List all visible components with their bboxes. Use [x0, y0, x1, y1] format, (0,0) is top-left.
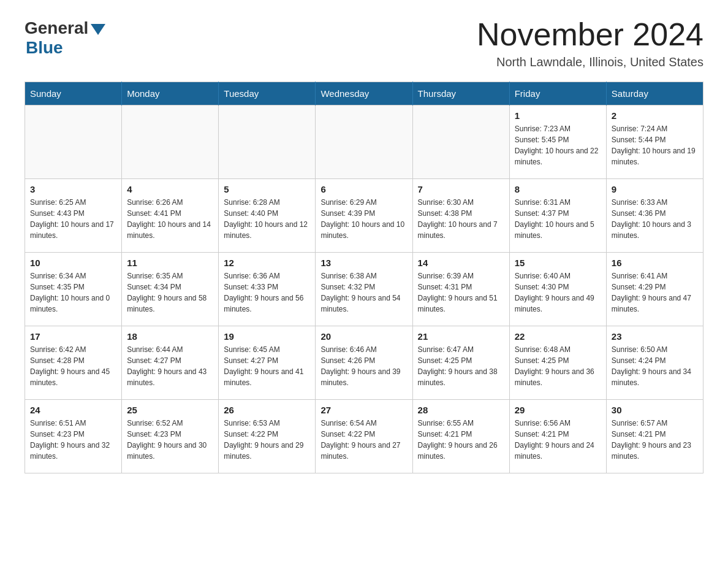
day-info: Sunrise: 6:30 AMSunset: 4:38 PMDaylight:…: [418, 197, 504, 241]
calendar-cell: [316, 105, 412, 179]
day-info: Sunrise: 7:23 AMSunset: 5:45 PMDaylight:…: [515, 123, 601, 167]
calendar-cell: 12Sunrise: 6:36 AMSunset: 4:33 PMDayligh…: [219, 253, 316, 326]
calendar-cell: 10Sunrise: 6:34 AMSunset: 4:35 PMDayligh…: [25, 253, 122, 326]
month-title: November 2024: [477, 18, 703, 50]
day-info: Sunrise: 6:45 AMSunset: 4:27 PMDaylight:…: [224, 344, 310, 388]
day-number: 24: [30, 405, 116, 415]
calendar-week-row: 10Sunrise: 6:34 AMSunset: 4:35 PMDayligh…: [25, 253, 703, 326]
calendar-cell: 22Sunrise: 6:48 AMSunset: 4:25 PMDayligh…: [509, 326, 606, 400]
calendar-cell: 11Sunrise: 6:35 AMSunset: 4:34 PMDayligh…: [122, 253, 219, 326]
logo-arrow-icon: [91, 24, 105, 35]
calendar-body: 1Sunrise: 7:23 AMSunset: 5:45 PMDaylight…: [25, 105, 703, 473]
calendar-cell: [25, 105, 122, 179]
day-number: 11: [127, 258, 213, 268]
calendar-cell: 1Sunrise: 7:23 AMSunset: 5:45 PMDaylight…: [509, 105, 606, 179]
day-number: 7: [418, 184, 504, 194]
calendar-cell: 13Sunrise: 6:38 AMSunset: 4:32 PMDayligh…: [316, 253, 412, 326]
calendar-cell: 27Sunrise: 6:54 AMSunset: 4:22 PMDayligh…: [316, 400, 412, 473]
day-number: 17: [30, 331, 116, 342]
day-number: 15: [515, 258, 601, 268]
calendar-cell: 17Sunrise: 6:42 AMSunset: 4:28 PMDayligh…: [25, 326, 122, 400]
logo: General Blue: [25, 18, 105, 58]
day-number: 5: [224, 184, 310, 194]
day-number: 19: [224, 331, 310, 342]
day-number: 9: [612, 184, 698, 194]
calendar-cell: 9Sunrise: 6:33 AMSunset: 4:36 PMDaylight…: [606, 179, 703, 253]
calendar-table: SundayMondayTuesdayWednesdayThursdayFrid…: [25, 82, 703, 473]
calendar-day-header: Sunday: [25, 82, 122, 105]
calendar-cell: 23Sunrise: 6:50 AMSunset: 4:24 PMDayligh…: [606, 326, 703, 400]
calendar-week-row: 24Sunrise: 6:51 AMSunset: 4:23 PMDayligh…: [25, 400, 703, 473]
day-info: Sunrise: 6:54 AMSunset: 4:22 PMDaylight:…: [320, 418, 407, 462]
calendar-cell: 7Sunrise: 6:30 AMSunset: 4:38 PMDaylight…: [412, 179, 509, 253]
day-info: Sunrise: 6:34 AMSunset: 4:35 PMDaylight:…: [30, 270, 116, 315]
calendar-cell: 24Sunrise: 6:51 AMSunset: 4:23 PMDayligh…: [25, 400, 122, 473]
calendar-cell: 18Sunrise: 6:44 AMSunset: 4:27 PMDayligh…: [122, 326, 219, 400]
calendar-cell: 6Sunrise: 6:29 AMSunset: 4:39 PMDaylight…: [316, 179, 412, 253]
title-section: November 2024 North Lawndale, Illinois, …: [477, 18, 703, 69]
day-number: 29: [515, 405, 601, 415]
day-number: 8: [515, 184, 601, 194]
day-number: 3: [30, 184, 116, 194]
calendar-cell: [412, 105, 509, 179]
day-info: Sunrise: 6:51 AMSunset: 4:23 PMDaylight:…: [30, 418, 116, 462]
calendar-header-row: SundayMondayTuesdayWednesdayThursdayFrid…: [25, 82, 703, 105]
day-number: 25: [127, 405, 213, 415]
day-info: Sunrise: 6:31 AMSunset: 4:37 PMDaylight:…: [515, 197, 601, 241]
day-number: 26: [224, 405, 310, 415]
day-info: Sunrise: 6:44 AMSunset: 4:27 PMDaylight:…: [127, 344, 213, 388]
calendar-week-row: 1Sunrise: 7:23 AMSunset: 5:45 PMDaylight…: [25, 105, 703, 179]
day-number: 16: [612, 258, 698, 268]
calendar-cell: 30Sunrise: 6:57 AMSunset: 4:21 PMDayligh…: [606, 400, 703, 473]
day-info: Sunrise: 6:28 AMSunset: 4:40 PMDaylight:…: [224, 197, 310, 241]
calendar-cell: 5Sunrise: 6:28 AMSunset: 4:40 PMDaylight…: [219, 179, 316, 253]
calendar-cell: 26Sunrise: 6:53 AMSunset: 4:22 PMDayligh…: [219, 400, 316, 473]
day-number: 27: [320, 405, 407, 415]
calendar-day-header: Wednesday: [316, 82, 412, 105]
calendar-day-header: Saturday: [606, 82, 703, 105]
day-info: Sunrise: 6:38 AMSunset: 4:32 PMDaylight:…: [320, 270, 407, 315]
calendar-cell: 2Sunrise: 7:24 AMSunset: 5:44 PMDaylight…: [606, 105, 703, 179]
day-number: 14: [418, 258, 504, 268]
day-info: Sunrise: 6:46 AMSunset: 4:26 PMDaylight:…: [320, 344, 407, 388]
calendar-week-row: 17Sunrise: 6:42 AMSunset: 4:28 PMDayligh…: [25, 326, 703, 400]
day-info: Sunrise: 6:36 AMSunset: 4:33 PMDaylight:…: [224, 270, 310, 315]
day-number: 30: [612, 405, 698, 415]
day-info: Sunrise: 6:56 AMSunset: 4:21 PMDaylight:…: [515, 418, 601, 462]
calendar-cell: [122, 105, 219, 179]
day-info: Sunrise: 6:57 AMSunset: 4:21 PMDaylight:…: [612, 418, 698, 462]
day-number: 10: [30, 258, 116, 268]
calendar-day-header: Thursday: [412, 82, 509, 105]
day-info: Sunrise: 6:33 AMSunset: 4:36 PMDaylight:…: [612, 197, 698, 241]
day-number: 22: [515, 331, 601, 342]
calendar-week-row: 3Sunrise: 6:25 AMSunset: 4:43 PMDaylight…: [25, 179, 703, 253]
calendar-cell: 25Sunrise: 6:52 AMSunset: 4:23 PMDayligh…: [122, 400, 219, 473]
calendar-cell: 28Sunrise: 6:55 AMSunset: 4:21 PMDayligh…: [412, 400, 509, 473]
calendar-cell: 8Sunrise: 6:31 AMSunset: 4:37 PMDaylight…: [509, 179, 606, 253]
day-number: 28: [418, 405, 504, 415]
day-info: Sunrise: 6:25 AMSunset: 4:43 PMDaylight:…: [30, 197, 116, 241]
day-info: Sunrise: 6:40 AMSunset: 4:30 PMDaylight:…: [515, 270, 601, 315]
calendar-day-header: Friday: [509, 82, 606, 105]
day-info: Sunrise: 6:55 AMSunset: 4:21 PMDaylight:…: [418, 418, 504, 462]
day-info: Sunrise: 6:29 AMSunset: 4:39 PMDaylight:…: [320, 197, 407, 241]
calendar-cell: 21Sunrise: 6:47 AMSunset: 4:25 PMDayligh…: [412, 326, 509, 400]
calendar-cell: 20Sunrise: 6:46 AMSunset: 4:26 PMDayligh…: [316, 326, 412, 400]
day-number: 23: [612, 331, 698, 342]
day-number: 1: [515, 110, 601, 121]
day-number: 18: [127, 331, 213, 342]
day-info: Sunrise: 6:48 AMSunset: 4:25 PMDaylight:…: [515, 344, 601, 388]
logo-blue-text: Blue: [26, 38, 63, 57]
day-number: 20: [320, 331, 407, 342]
day-info: Sunrise: 6:52 AMSunset: 4:23 PMDaylight:…: [127, 418, 213, 462]
day-info: Sunrise: 6:26 AMSunset: 4:41 PMDaylight:…: [127, 197, 213, 241]
day-number: 21: [418, 331, 504, 342]
day-number: 12: [224, 258, 310, 268]
calendar-cell: 19Sunrise: 6:45 AMSunset: 4:27 PMDayligh…: [219, 326, 316, 400]
calendar-day-header: Monday: [122, 82, 219, 105]
calendar-cell: [219, 105, 316, 179]
day-info: Sunrise: 6:50 AMSunset: 4:24 PMDaylight:…: [612, 344, 698, 388]
calendar-day-header: Tuesday: [219, 82, 316, 105]
day-info: Sunrise: 6:35 AMSunset: 4:34 PMDaylight:…: [127, 270, 213, 315]
calendar-header: SundayMondayTuesdayWednesdayThursdayFrid…: [25, 82, 703, 105]
